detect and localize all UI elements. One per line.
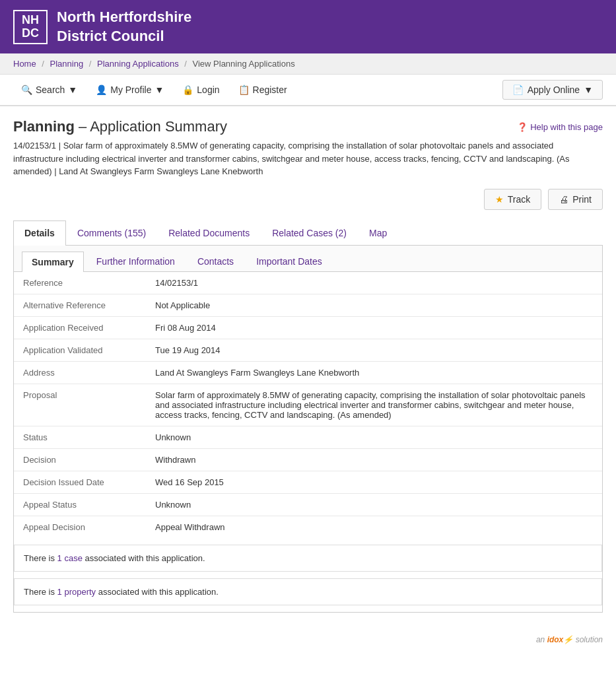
logo-box: NH DC xyxy=(13,10,48,44)
apply-online-icon: 📄 xyxy=(512,84,524,95)
row-label: Status xyxy=(14,426,146,448)
row-label: Decision Issued Date xyxy=(14,471,146,493)
sub-tab-important-dates[interactable]: Important Dates xyxy=(246,251,332,271)
summary-table: Reference14/02153/1Alternative Reference… xyxy=(14,272,602,538)
info-box: There is 1 property associated with this… xyxy=(14,578,602,605)
row-value: Solar farm of approximately 8.5MW of gen… xyxy=(146,384,602,426)
row-label: Application Received xyxy=(14,316,146,339)
row-label: Alternative Reference xyxy=(14,294,146,316)
table-row: StatusUnknown xyxy=(14,426,602,448)
profile-icon: 👤 xyxy=(96,84,107,95)
login-button[interactable]: 🔒 Login xyxy=(174,81,227,99)
register-icon: 📋 xyxy=(238,84,250,95)
my-profile-button[interactable]: 👤 My Profile ▼ xyxy=(88,81,172,99)
breadcrumb-home[interactable]: Home xyxy=(13,59,36,69)
breadcrumb-planning-applications[interactable]: Planning Applications xyxy=(97,59,179,69)
table-row: AddressLand At Swangleys Farm Swangleys … xyxy=(14,361,602,384)
help-icon: ❓ xyxy=(517,122,528,132)
table-row: ProposalSolar farm of approximately 8.5M… xyxy=(14,384,602,426)
row-value: Unknown xyxy=(146,426,602,448)
logo-letters: NH DC xyxy=(22,14,39,40)
apply-online-button[interactable]: 📄 Apply Online ▼ xyxy=(502,80,603,100)
row-value: Unknown xyxy=(146,493,602,516)
page-title-row: Planning – Application Summary ❓ Help wi… xyxy=(13,118,603,135)
main-tabs: Details Comments (155) Related Documents… xyxy=(13,220,603,246)
tab-details[interactable]: Details xyxy=(13,220,66,246)
table-row: Alternative ReferenceNot Applicable xyxy=(14,294,602,316)
application-description: 14/02153/1 | Solar farm of approximately… xyxy=(13,139,603,178)
table-row: Application ValidatedTue 19 Aug 2014 xyxy=(14,339,602,361)
inner-panel: Summary Further Information Contacts Imp… xyxy=(13,246,603,613)
row-value: Wed 16 Sep 2015 xyxy=(146,471,602,493)
row-label: Proposal xyxy=(14,384,146,426)
table-row: DecisionWithdrawn xyxy=(14,448,602,471)
breadcrumb-planning[interactable]: Planning xyxy=(50,59,84,69)
apply-online-dropdown-icon: ▼ xyxy=(584,84,593,95)
table-row: Application ReceivedFri 08 Aug 2014 xyxy=(14,316,602,339)
site-title: North Hertfordshire District Council xyxy=(57,8,191,46)
row-label: Reference xyxy=(14,272,146,294)
track-button[interactable]: ★ Track xyxy=(484,189,541,210)
register-button[interactable]: 📋 Register xyxy=(230,81,295,99)
sub-tab-further-information[interactable]: Further Information xyxy=(86,251,185,271)
action-buttons: ★ Track 🖨 Print xyxy=(13,189,603,210)
toolbar-right: 📄 Apply Online ▼ xyxy=(502,80,603,100)
lock-icon: 🔒 xyxy=(182,84,193,95)
search-button[interactable]: 🔍 Search ▼ xyxy=(13,81,85,99)
search-icon: 🔍 xyxy=(21,84,32,95)
toolbar-left: 🔍 Search ▼ 👤 My Profile ▼ 🔒 Login 📋 Regi… xyxy=(13,81,502,99)
info-box-link[interactable]: 1 case xyxy=(57,553,83,563)
star-icon: ★ xyxy=(495,194,504,205)
row-value: Not Applicable xyxy=(146,294,602,316)
search-dropdown-icon: ▼ xyxy=(68,84,77,95)
tab-related-documents[interactable]: Related Documents xyxy=(157,220,261,245)
tab-related-cases[interactable]: Related Cases (2) xyxy=(261,220,358,245)
help-link[interactable]: ❓ Help with this page xyxy=(517,122,603,132)
row-value: Land At Swangleys Farm Swangleys Lane Kn… xyxy=(146,361,602,384)
row-value: Tue 19 Aug 2014 xyxy=(146,339,602,361)
row-label: Address xyxy=(14,361,146,384)
info-boxes: There is 1 case associated with this app… xyxy=(14,545,602,605)
row-value: Withdrawn xyxy=(146,448,602,471)
footer-text: an idox⚡ solution xyxy=(536,635,603,644)
site-header: NH DC North Hertfordshire District Counc… xyxy=(0,0,616,53)
tab-map[interactable]: Map xyxy=(358,220,398,245)
sub-tabs: Summary Further Information Contacts Imp… xyxy=(14,246,602,272)
table-row: Appeal DecisionAppeal Withdrawn xyxy=(14,516,602,538)
print-icon: 🖨 xyxy=(559,194,568,205)
sub-tab-contacts[interactable]: Contacts xyxy=(188,251,244,271)
sub-tab-summary[interactable]: Summary xyxy=(22,252,84,272)
row-value: Appeal Withdrawn xyxy=(146,516,602,538)
row-label: Decision xyxy=(14,448,146,471)
breadcrumb-current: View Planning Applications xyxy=(193,59,295,69)
footer: an idox⚡ solution xyxy=(0,625,616,655)
toolbar: 🔍 Search ▼ 👤 My Profile ▼ 🔒 Login 📋 Regi… xyxy=(0,75,616,106)
row-value: Fri 08 Aug 2014 xyxy=(146,316,602,339)
breadcrumb: Home / Planning / Planning Applications … xyxy=(0,53,616,75)
main-content: Planning – Application Summary ❓ Help wi… xyxy=(0,106,616,625)
row-label: Appeal Status xyxy=(14,493,146,516)
row-label: Appeal Decision xyxy=(14,516,146,538)
table-row: Appeal StatusUnknown xyxy=(14,493,602,516)
info-box: There is 1 case associated with this app… xyxy=(14,545,602,572)
row-label: Application Validated xyxy=(14,339,146,361)
tab-comments[interactable]: Comments (155) xyxy=(66,220,157,245)
page-title: Planning – Application Summary xyxy=(13,118,227,135)
profile-dropdown-icon: ▼ xyxy=(154,84,164,95)
row-value: 14/02153/1 xyxy=(146,272,602,294)
print-button[interactable]: 🖨 Print xyxy=(548,189,603,210)
table-row: Decision Issued DateWed 16 Sep 2015 xyxy=(14,471,602,493)
table-row: Reference14/02153/1 xyxy=(14,272,602,294)
info-box-link[interactable]: 1 property xyxy=(57,587,96,597)
